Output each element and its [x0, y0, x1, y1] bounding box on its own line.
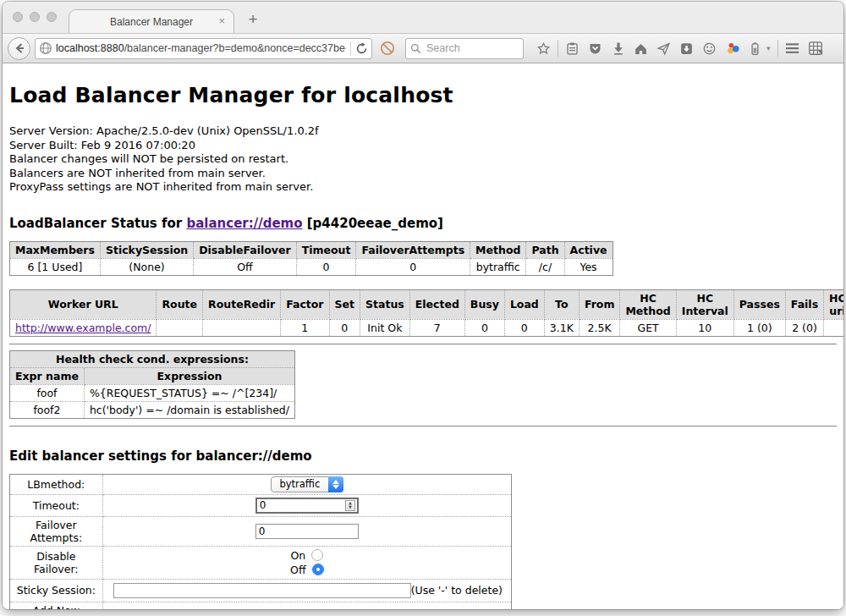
- overflow-caret-icon[interactable]: ▾: [766, 44, 775, 52]
- clipboard-icon: [565, 41, 580, 56]
- back-button[interactable]: [8, 37, 30, 60]
- health-row-foof2: foof2 hc('body') =~ /domain is establish…: [10, 401, 295, 418]
- new-tab-button[interactable]: +: [243, 10, 263, 29]
- search-bar[interactable]: [405, 38, 524, 59]
- search-icon: [410, 43, 421, 54]
- back-arrow-icon: [14, 42, 25, 54]
- toolbar-separator: [558, 40, 558, 57]
- balancer-header-row: MaxMembers StickySession DisableFailover…: [10, 241, 613, 258]
- worker-url-link[interactable]: http://www.example.com/: [15, 322, 151, 334]
- worker-data-row: http://www.example.com/ 1 0 Init Ok 7 0 …: [10, 319, 844, 336]
- timeout-input[interactable]: [255, 498, 359, 514]
- pocket-button[interactable]: [584, 37, 607, 60]
- downloads-button[interactable]: [607, 37, 629, 60]
- browser-window: Balancer Manager × + localhost:8880/bala…: [3, 2, 843, 609]
- bookmark-star-button[interactable]: [532, 37, 555, 60]
- reload-icon[interactable]: [355, 42, 368, 55]
- home-icon: [634, 41, 648, 56]
- balancer-demo-link[interactable]: balancer://demo: [186, 216, 302, 231]
- sticky-session-hint: (Use '-' to delete): [411, 584, 503, 597]
- paper-plane-icon: [656, 41, 671, 56]
- proxypass-notice-line: ProxyPass settings are NOT inherited fro…: [9, 180, 837, 195]
- edit-balancer-heading: Edit balancer settings for balancer://de…: [9, 448, 837, 464]
- download-arrow-icon: [612, 41, 625, 55]
- circle-slash-icon: [380, 41, 395, 56]
- home-button[interactable]: [629, 37, 652, 60]
- page-title: Load Balancer Manager for localhost: [9, 83, 837, 107]
- star-icon: [536, 41, 551, 56]
- health-check-table: Health check cond. expressions: Expr nam…: [9, 350, 295, 419]
- health-row-foof: foof %{REQUEST_STATUS} =~ /^[234]/: [10, 384, 295, 401]
- inherit-notice-line: Balancers are NOT inherited from main se…: [9, 167, 837, 181]
- tab-close-icon[interactable]: ×: [218, 15, 225, 26]
- window-close-button[interactable]: [13, 12, 23, 22]
- colored-dots-icon: [725, 41, 740, 56]
- timeout-row: Timeout: ▲▼: [10, 494, 512, 516]
- smiley-icon: [702, 41, 717, 56]
- lbmethod-label: LBmethod:: [10, 474, 103, 494]
- radio-on-label: On: [290, 549, 305, 562]
- server-built-line: Server Built: Feb 9 2016 07:00:20: [9, 139, 837, 153]
- grid-icon: [808, 41, 823, 56]
- sticky-session-row: Sticky Session: (Use '-' to delete): [10, 579, 512, 602]
- persist-notice-line: Balancer changes will NOT be persisted o…: [9, 152, 837, 167]
- titlebar: Balancer Manager × +: [3, 2, 843, 33]
- tab-title: Balancer Manager: [110, 16, 193, 28]
- disable-failover-row: Disable Failover: On Off: [10, 546, 512, 579]
- section-divider-1: [9, 344, 837, 345]
- server-info: Server Version: Apache/2.5.0-dev (Unix) …: [9, 124, 837, 195]
- toolbar-icons: ▾: [532, 37, 827, 60]
- window-controls: [13, 12, 57, 22]
- balancer-status-table: MaxMembers StickySession DisableFailover…: [9, 241, 613, 276]
- disable-failover-label: Disable Failover:: [10, 546, 103, 579]
- send-tab-button[interactable]: [652, 37, 675, 60]
- battery-extension-button[interactable]: [744, 37, 766, 60]
- pocket-shield-icon: [588, 41, 602, 56]
- failover-attempts-row: Failover Attempts:: [10, 516, 512, 546]
- navigation-toolbar: localhost:8880/balancer-manager?b=demo&n…: [3, 33, 843, 63]
- globe-icon[interactable]: [39, 41, 52, 55]
- loadbalancer-status-heading: LoadBalancer Status for balancer://demo …: [9, 216, 837, 231]
- add-worker-label: Add New Worker:: [10, 602, 103, 609]
- sticky-session-label: Sticky Session:: [10, 579, 103, 602]
- browser-tab[interactable]: Balancer Manager ×: [69, 9, 234, 33]
- tab-groups-button[interactable]: [804, 37, 827, 60]
- add-worker-input[interactable]: [183, 609, 335, 610]
- page-content: Load Balancer Manager for localhost Serv…: [3, 64, 843, 609]
- menu-button[interactable]: [781, 37, 804, 60]
- section-divider-2: [9, 426, 837, 427]
- battery-icon: [749, 41, 761, 56]
- failover-attempts-label: Failover Attempts:: [10, 516, 103, 546]
- failover-attempts-input[interactable]: [255, 524, 359, 539]
- search-input[interactable]: [425, 41, 509, 55]
- download-box-button[interactable]: [675, 37, 698, 60]
- add-worker-row: Add New Worker: Are you sure?: [10, 602, 512, 609]
- disable-failover-off-radio[interactable]: [312, 564, 324, 575]
- extension-dots-button[interactable]: [721, 37, 744, 60]
- server-version-line: Server Version: Apache/2.5.0-dev (Unix) …: [9, 124, 837, 139]
- worker-table: Worker URL Route RouteRedir Factor Set S…: [9, 289, 843, 337]
- toolbar-separator-2: [777, 40, 778, 57]
- health-header-row: Expr name Expression: [10, 367, 295, 384]
- window-minimize-button[interactable]: [30, 12, 40, 22]
- lbmethod-select[interactable]: bytraffic: [271, 476, 343, 492]
- lbmethod-row: LBmethod: bytraffic: [10, 474, 512, 494]
- balancer-data-row: 6 [1 Used] (None) Off 0 0 bytraffic /c/ …: [10, 258, 613, 275]
- sticky-session-input[interactable]: [113, 583, 411, 598]
- urlbar-divider: [350, 41, 351, 56]
- url-bar[interactable]: localhost:8880/balancer-manager?b=demo&n…: [35, 38, 372, 59]
- url-text[interactable]: localhost:8880/balancer-manager?b=demo&n…: [56, 42, 346, 54]
- balancer-settings-form: LBmethod: bytraffic Timeout:: [9, 474, 512, 610]
- disable-failover-on-radio[interactable]: [311, 549, 323, 561]
- download-box-icon: [679, 41, 694, 56]
- worker-header-row: Worker URL Route RouteRedir Factor Set S…: [10, 289, 844, 319]
- window-zoom-button[interactable]: [47, 12, 57, 22]
- radio-off-label: Off: [290, 564, 305, 576]
- health-title-row: Health check cond. expressions:: [10, 350, 295, 367]
- bookmarks-menu-button[interactable]: [561, 37, 584, 60]
- timeout-label: Timeout:: [10, 494, 103, 516]
- hamburger-icon: [785, 42, 799, 54]
- number-spinner-icon[interactable]: ▲▼: [345, 500, 355, 511]
- block-extension-button[interactable]: [380, 41, 395, 56]
- feedback-button[interactable]: [698, 37, 721, 60]
